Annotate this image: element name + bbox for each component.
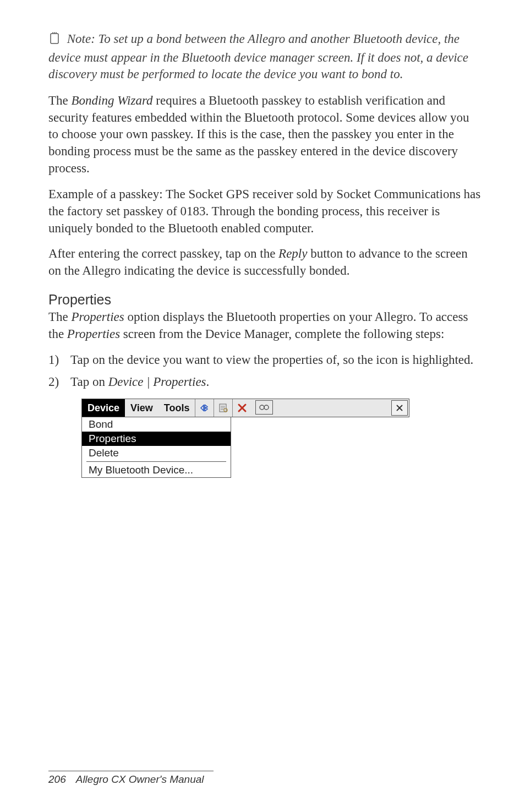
dropdown-separator	[86, 461, 226, 462]
toolbar-discover-icon[interactable]	[195, 399, 214, 417]
device-menu-screenshot: Device View Tools Bond Properties	[81, 399, 481, 478]
note-text: Note: To set up a bond between the Alleg…	[48, 32, 468, 81]
menu-device[interactable]: Device	[82, 399, 125, 417]
manual-title: Allegro CX Owner's Manual	[76, 773, 204, 785]
svg-point-6	[260, 405, 264, 410]
svg-point-3	[56, 32, 57, 34]
page-footer: 206Allegro CX Owner's Manual	[48, 771, 214, 786]
svg-point-2	[54, 32, 55, 34]
toolbar-delete-icon[interactable]	[232, 399, 251, 417]
svg-point-7	[264, 405, 269, 410]
footer-text: 206Allegro CX Owner's Manual	[48, 773, 214, 786]
body-paragraph-3: After entering the correct passkey, tap …	[48, 246, 481, 280]
menu-bar: Device View Tools	[81, 399, 409, 417]
footer-rule	[48, 771, 214, 771]
svg-point-5	[224, 408, 227, 412]
dropdown-bond[interactable]: Bond	[82, 417, 231, 432]
note-icon	[48, 32, 62, 50]
device-dropdown-menu: Bond Properties Delete My Bluetooth Devi…	[81, 417, 231, 478]
properties-heading: Properties	[48, 292, 481, 308]
svg-rect-0	[51, 34, 58, 43]
steps-list: 1) Tap on the device you want to view th…	[48, 352, 481, 391]
body-paragraph-1: The Bonding Wizard requires a Bluetooth …	[48, 92, 481, 177]
toolbar-settings-icon[interactable]	[255, 400, 273, 415]
dropdown-my-bluetooth-device[interactable]: My Bluetooth Device...	[82, 463, 231, 477]
body-paragraph-4: The Properties option displays the Bluet…	[48, 309, 481, 343]
menu-view[interactable]: View	[125, 399, 158, 417]
svg-point-1	[52, 32, 53, 34]
list-item: 1) Tap on the device you want to view th…	[48, 352, 481, 369]
body-paragraph-2: Example of a passkey: The Socket GPS rec…	[48, 186, 481, 237]
menu-tools[interactable]: Tools	[158, 399, 195, 417]
note-paragraph: Note: To set up a bond between the Alleg…	[48, 31, 481, 83]
dropdown-delete[interactable]: Delete	[82, 446, 231, 460]
close-button[interactable]	[391, 400, 408, 416]
list-item: 2) Tap on Device | Properties.	[48, 374, 481, 391]
dropdown-properties[interactable]: Properties	[82, 432, 231, 446]
document-page: Note: To set up a bond between the Alleg…	[0, 0, 525, 812]
toolbar-properties-icon[interactable]	[214, 399, 232, 417]
page-number: 206	[48, 773, 66, 785]
